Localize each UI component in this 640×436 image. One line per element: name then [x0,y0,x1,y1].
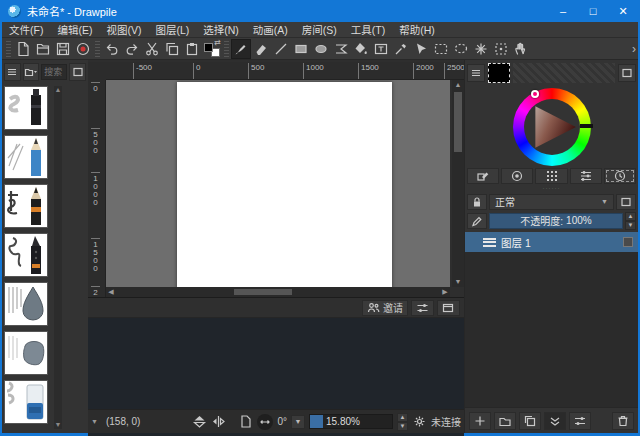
vertical-scrollbar[interactable]: ▲ ▼ [452,80,464,287]
delete-layer-button[interactable] [612,412,634,430]
add-group-button[interactable] [494,412,516,430]
record-session-button[interactable] [73,39,93,59]
copy-button[interactable] [162,39,182,59]
foreground-color-swatch[interactable] [204,43,213,52]
scroll-right-icon[interactable]: ▶ [440,287,450,297]
add-layer-button[interactable] [469,412,491,430]
scroll-up-icon[interactable]: ▲ [54,86,62,94]
brush-preset-charcoal-pencil[interactable] [4,184,48,228]
hue-marker-circle[interactable] [531,90,539,98]
layer-row-selected[interactable]: 图层 1 [465,232,638,252]
view-settings-gear-icon[interactable] [412,414,427,429]
brush-dock-float-button[interactable] [69,63,86,81]
zoom-tool-button[interactable] [491,39,511,59]
chat-settings-button[interactable] [411,300,434,316]
eraser-button[interactable] [251,39,271,59]
zoom-spinner[interactable]: ▲▼ [397,413,408,431]
scroll-up-icon[interactable]: ▲ [453,80,463,90]
spin-down-icon[interactable]: ▼ [625,221,636,230]
new-file-button[interactable] [13,39,33,59]
lasso-select-button[interactable] [451,39,471,59]
current-color-swatch[interactable] [488,63,510,83]
chat-collapse-button[interactable]: ▼ [91,418,98,425]
rotation-dial[interactable] [257,414,273,430]
freehand-brush-button[interactable] [231,39,251,59]
close-button[interactable]: ✕ [608,0,638,22]
opacity-pen-button[interactable] [467,213,487,229]
layer-lock-button[interactable] [467,194,487,210]
toolbar-grip[interactable] [224,41,229,57]
blend-mode-dropdown[interactable]: 正常 ▼ [489,194,614,210]
dock-splitter[interactable]: ······ [465,186,638,192]
brush-preset-stick-eraser[interactable] [4,380,48,424]
canvas-viewport[interactable] [106,80,450,287]
scroll-down-icon[interactable]: ▼ [54,421,62,429]
foreground-background-colors[interactable]: ⇄ [202,39,222,59]
brush-preset-blender[interactable] [4,282,48,326]
scroll-down-icon[interactable]: ▼ [453,277,463,287]
flood-fill-button[interactable] [351,39,371,59]
layer-visibility-checkbox[interactable] [623,237,633,247]
brush-preset-ink-pen[interactable] [4,233,48,277]
menu-view[interactable]: 视图(V) [99,22,148,37]
invite-button[interactable]: 邀请 [362,300,408,316]
brush-menu-button[interactable] [4,63,21,81]
toolbar-grip[interactable] [6,41,11,57]
annotation-button[interactable] [371,39,391,59]
brush-search-input[interactable] [41,64,67,80]
drawing-canvas[interactable] [177,82,392,287]
save-button[interactable] [53,39,73,59]
rectangle-tool-button[interactable] [291,39,311,59]
scroll-left-icon[interactable]: ◀ [106,287,116,297]
opacity-slider[interactable]: 不透明度: 100% [489,213,623,229]
scrollbar-thumb[interactable] [454,92,462,152]
minimize-button[interactable]: – [548,0,578,22]
chat-detach-button[interactable] [437,300,460,316]
pan-tool-button[interactable] [511,39,531,59]
brush-preset-kneaded-eraser[interactable] [4,331,48,375]
opacity-spinner[interactable]: ▲▼ [625,212,636,230]
layer-dock-float-button[interactable] [616,194,636,210]
tab-last-used-colors[interactable] [604,168,636,184]
tab-palette-edit[interactable] [467,168,499,184]
menu-edit[interactable]: 编辑(E) [50,22,99,37]
line-tool-button[interactable] [271,39,291,59]
menu-tools[interactable]: 工具(T) [344,22,392,37]
toolbar-overflow-button[interactable]: › [632,42,636,56]
ellipse-tool-button[interactable] [311,39,331,59]
menu-file[interactable]: 文件(F) [2,22,50,37]
color-dock-menu-button[interactable] [467,64,485,82]
bezier-curve-button[interactable] [331,39,351,59]
brush-category-dropdown[interactable] [23,63,40,81]
undo-button[interactable] [102,39,122,59]
redo-button[interactable] [122,39,142,59]
menu-session[interactable]: 房间(S) [295,22,344,37]
swap-colors-icon[interactable]: ⇄ [214,38,221,47]
flip-vertical-icon[interactable] [192,414,207,429]
menu-animation[interactable]: 动画(A) [246,22,295,37]
tab-color-wheel[interactable] [501,168,533,184]
color-wheel[interactable] [513,88,591,166]
duplicate-layer-button[interactable] [519,412,541,430]
brush-preset-pencil[interactable] [4,135,48,179]
menu-layer[interactable]: 图层(L) [148,22,196,37]
fit-page-icon[interactable] [238,414,253,429]
scrollbar-thumb[interactable] [234,289,292,295]
tab-palette-grid[interactable] [535,168,567,184]
cut-button[interactable] [142,39,162,59]
rotation-dropdown-button[interactable]: ▼ [291,415,305,429]
color-dock-float-button[interactable] [618,64,636,82]
spin-down-icon[interactable]: ▼ [397,422,408,431]
rectangle-select-button[interactable] [431,39,451,59]
maximize-button[interactable]: □ [578,0,608,22]
open-file-button[interactable] [33,39,53,59]
brush-preset-marker[interactable] [4,86,48,130]
magic-wand-button[interactable] [471,39,491,59]
layer-properties-button[interactable] [569,412,591,430]
paste-button[interactable] [182,39,202,59]
menu-select[interactable]: 选择(N) [196,22,246,37]
brush-list-scrollbar[interactable]: ▲ ▼ [54,86,62,429]
horizontal-scrollbar[interactable]: ◀ ▶ [106,287,450,297]
tab-color-sliders[interactable] [570,168,602,184]
spin-up-icon[interactable]: ▲ [397,413,408,422]
